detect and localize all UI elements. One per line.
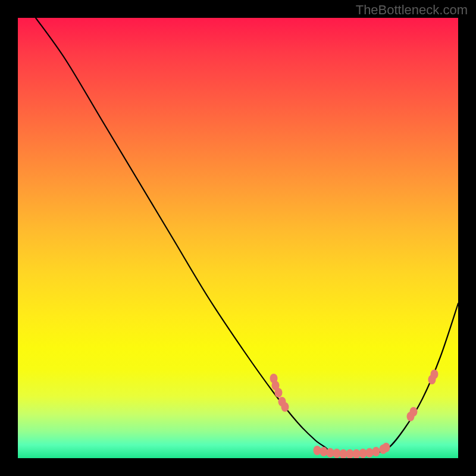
data-point: [275, 388, 283, 397]
data-point: [314, 446, 321, 455]
data-point: [320, 447, 328, 456]
data-point: [410, 407, 418, 416]
data-point: [372, 447, 380, 456]
data-point: [327, 448, 334, 458]
data-point: [366, 448, 374, 458]
bottleneck-curve: [36, 18, 458, 454]
chart-svg: [18, 18, 458, 458]
data-point: [333, 449, 341, 458]
plot-area: [18, 18, 458, 458]
data-point: [431, 369, 439, 379]
data-point: [281, 402, 289, 412]
watermark-text: TheBottleneck.com: [356, 2, 468, 18]
scatter-dots: [270, 369, 439, 458]
data-point: [383, 443, 390, 452]
data-point: [359, 449, 367, 458]
